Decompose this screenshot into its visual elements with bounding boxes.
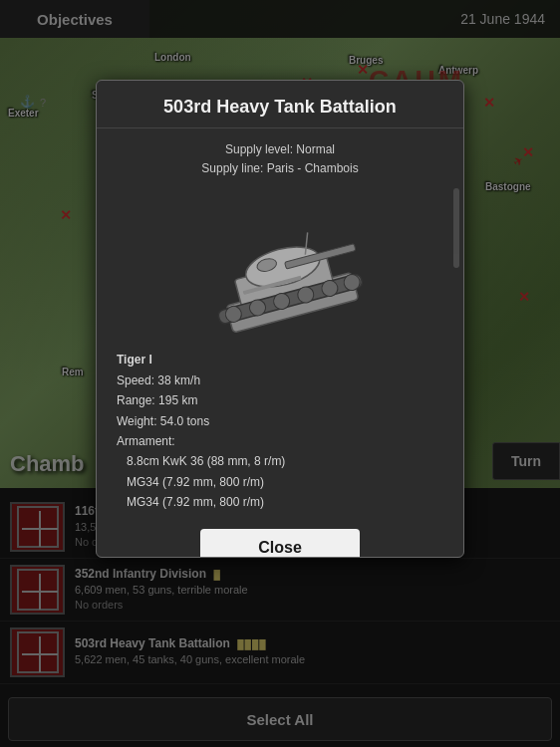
modal-overlay: 503rd Heavy Tank Battalion Supply level:… <box>0 0 560 747</box>
modal-body: Supply level: Normal Supply line: Paris … <box>97 128 463 558</box>
vehicle-range: Range: 195 km <box>117 390 443 410</box>
scrollbar-thumb <box>453 188 459 268</box>
weapon-3: MG34 (7.92 mm, 800 r/m) <box>117 492 443 512</box>
weapon-1: 8.8cm KwK 36 (88 mm, 8 r/m) <box>117 451 443 471</box>
modal-title: 503rd Heavy Tank Battalion <box>97 81 463 128</box>
tank-image <box>180 196 380 336</box>
modal-content: Supply level: Normal Supply line: Paris … <box>97 128 463 558</box>
weapon-2: MG34 (7.92 mm, 800 r/m) <box>117 472 443 492</box>
armament-label: Armament: <box>117 431 443 451</box>
supply-level: Supply level: Normal <box>201 140 358 159</box>
unit-detail-modal: 503rd Heavy Tank Battalion Supply level:… <box>96 80 464 558</box>
vehicle-weight: Weight: 54.0 tons <box>117 411 443 431</box>
vehicle-speed: Speed: 38 km/h <box>117 371 443 390</box>
supply-line: Supply line: Paris - Chambois <box>201 159 358 178</box>
modal-supply-info: Supply level: Normal Supply line: Paris … <box>201 140 358 178</box>
close-button[interactable]: Close <box>200 529 360 559</box>
vehicle-name: Tiger I <box>117 350 443 370</box>
modal-stats: Tiger I Speed: 38 km/h Range: 195 km Wei… <box>117 346 443 516</box>
